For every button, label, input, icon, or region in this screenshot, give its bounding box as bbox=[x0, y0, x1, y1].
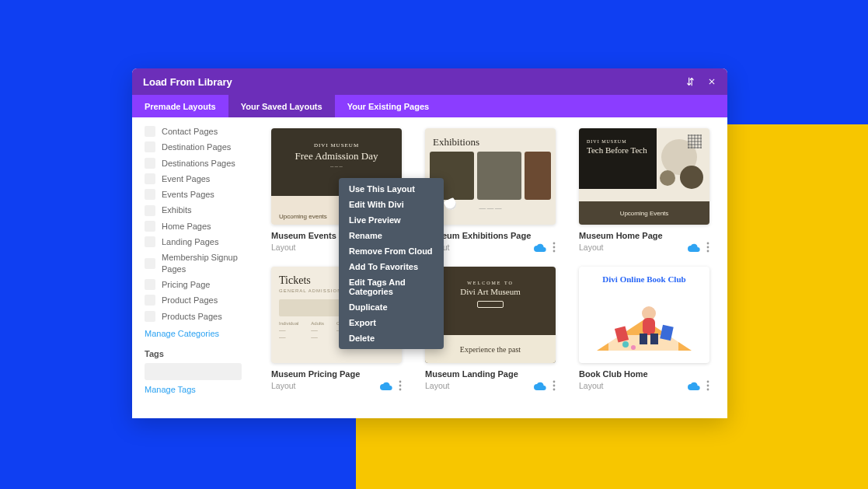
svg-rect-20 bbox=[640, 334, 647, 344]
category-item[interactable]: Home Pages bbox=[145, 218, 251, 234]
card-subtitle: Layout bbox=[579, 243, 604, 252]
layout-card: Divi Online Book Club bbox=[579, 267, 709, 391]
thumb-footer: Experience the past bbox=[425, 335, 556, 363]
sort-icon[interactable] bbox=[685, 76, 696, 87]
cloud-icon bbox=[688, 243, 700, 252]
checkbox[interactable] bbox=[145, 295, 155, 306]
tab-premade-layouts[interactable]: Premade Layouts bbox=[132, 95, 228, 117]
close-icon[interactable] bbox=[707, 77, 716, 86]
category-item[interactable]: Event Pages bbox=[145, 171, 251, 187]
category-label: Landing Pages bbox=[162, 236, 218, 247]
category-label: Destination Pages bbox=[162, 141, 231, 152]
category-item[interactable]: Products Pages bbox=[145, 309, 251, 324]
tab-existing-pages[interactable]: Your Existing Pages bbox=[335, 95, 442, 117]
card-title: Book Club Home bbox=[579, 369, 709, 379]
checkbox[interactable] bbox=[145, 236, 155, 247]
thumb-eyebrow: DIVI MUSEUM bbox=[271, 128, 402, 148]
menu-live-preview[interactable]: Live Preview bbox=[339, 212, 444, 228]
category-item[interactable]: Membership Signup Pages bbox=[145, 250, 251, 277]
layout-thumbnail[interactable]: WELCOME TO Divi Art Museum Experience th… bbox=[425, 267, 556, 363]
category-label: Events Pages bbox=[162, 189, 214, 200]
card-title: Museum Exhibitions Page bbox=[425, 231, 556, 240]
thumb-headline: Divi Art Museum bbox=[460, 287, 521, 296]
manage-tags-link[interactable]: Manage Tags bbox=[145, 385, 251, 394]
svg-point-3 bbox=[553, 243, 556, 245]
thumb-subline: ─ ─ ─ bbox=[271, 164, 402, 169]
more-icon[interactable] bbox=[706, 242, 709, 253]
dialog-titlebar: Load From Library bbox=[132, 68, 727, 95]
layout-grid: DIVI MUSEUM Free Admission Day ─ ─ ─ Upc… bbox=[260, 117, 727, 418]
category-item[interactable]: Product Pages bbox=[145, 292, 251, 308]
checkbox[interactable] bbox=[145, 279, 155, 290]
checkbox[interactable] bbox=[145, 205, 155, 216]
menu-delete[interactable]: Delete bbox=[339, 330, 444, 346]
category-label: Product Pages bbox=[162, 295, 218, 306]
menu-use-layout[interactable]: Use This Layout bbox=[339, 181, 444, 197]
category-item[interactable]: Events Pages bbox=[145, 187, 251, 202]
qr-icon bbox=[688, 134, 702, 148]
category-item[interactable]: Exhibits bbox=[145, 202, 251, 218]
layout-card: DIVI MUSEUM Tech Before Tech Upcoming Ev… bbox=[579, 128, 709, 253]
category-item[interactable]: Destinations Pages bbox=[145, 155, 251, 171]
menu-export[interactable]: Export bbox=[339, 315, 444, 330]
svg-point-12 bbox=[553, 381, 556, 383]
menu-remove-cloud[interactable]: Remove From Cloud bbox=[339, 243, 444, 259]
layout-thumbnail[interactable]: Exhibitions ── ── ── bbox=[425, 128, 556, 225]
svg-point-13 bbox=[553, 385, 556, 387]
category-item[interactable]: Landing Pages bbox=[145, 234, 251, 250]
thumb-headline: Tech Before Tech bbox=[587, 145, 647, 155]
context-menu: Use This Layout Edit With Divi Live Prev… bbox=[339, 178, 444, 349]
svg-point-26 bbox=[707, 389, 709, 391]
checkbox[interactable] bbox=[145, 126, 155, 137]
menu-edit-with-divi[interactable]: Edit With Divi bbox=[339, 197, 444, 212]
category-item[interactable]: Contact Pages bbox=[145, 124, 251, 139]
more-icon[interactable] bbox=[553, 380, 556, 391]
svg-point-22 bbox=[622, 341, 629, 348]
cloud-icon bbox=[688, 381, 700, 390]
checkbox[interactable] bbox=[145, 189, 155, 200]
thumb-footer: Upcoming events bbox=[279, 213, 327, 220]
svg-point-9 bbox=[399, 381, 402, 383]
svg-point-10 bbox=[399, 385, 402, 387]
checkbox[interactable] bbox=[145, 141, 155, 152]
thumb-headline: Free Admission Day bbox=[271, 150, 402, 162]
thumb-eyebrow: WELCOME TO bbox=[425, 281, 556, 285]
thumb-eyebrow: DIVI MUSEUM bbox=[587, 139, 647, 144]
more-icon[interactable] bbox=[399, 380, 402, 391]
thumb-headline: Divi Online Book Club bbox=[579, 267, 709, 284]
menu-rename[interactable]: Rename bbox=[339, 228, 444, 243]
checkbox[interactable] bbox=[145, 221, 155, 232]
more-icon[interactable] bbox=[706, 380, 709, 391]
menu-add-favorites[interactable]: Add To Favorites bbox=[339, 259, 444, 274]
card-title: Museum Landing Page bbox=[425, 369, 556, 379]
checkbox[interactable] bbox=[145, 311, 155, 322]
svg-point-4 bbox=[553, 246, 556, 249]
menu-duplicate[interactable]: Duplicate bbox=[339, 299, 444, 315]
category-label: Membership Signup Pages bbox=[162, 252, 251, 274]
category-label: Exhibits bbox=[162, 204, 192, 215]
category-label: Destinations Pages bbox=[162, 158, 235, 169]
checkbox[interactable] bbox=[145, 158, 155, 169]
manage-categories-link[interactable]: Manage Categories bbox=[145, 329, 251, 338]
category-label: Pricing Page bbox=[162, 279, 210, 290]
more-icon[interactable] bbox=[553, 242, 556, 253]
card-subtitle: Layout bbox=[425, 381, 450, 390]
menu-edit-tags[interactable]: Edit Tags And Categories bbox=[339, 274, 444, 299]
svg-point-25 bbox=[707, 385, 709, 387]
tags-input[interactable] bbox=[145, 363, 242, 380]
svg-point-24 bbox=[707, 381, 709, 383]
svg-rect-19 bbox=[643, 318, 655, 335]
category-item[interactable]: Destination Pages bbox=[145, 139, 251, 155]
svg-point-8 bbox=[707, 250, 709, 253]
layout-thumbnail[interactable]: DIVI MUSEUM Tech Before Tech Upcoming Ev… bbox=[579, 128, 709, 225]
card-subtitle: Layout bbox=[271, 381, 296, 390]
tab-saved-layouts[interactable]: Your Saved Layouts bbox=[228, 95, 335, 117]
layout-thumbnail[interactable]: Divi Online Book Club bbox=[579, 267, 709, 363]
svg-point-11 bbox=[399, 389, 402, 391]
card-title: Museum Home Page bbox=[579, 231, 709, 240]
checkbox[interactable] bbox=[145, 258, 155, 269]
category-item[interactable]: Pricing Page bbox=[145, 277, 251, 292]
tags-heading: Tags bbox=[145, 349, 251, 358]
checkbox[interactable] bbox=[145, 173, 155, 184]
card-subtitle: Layout bbox=[579, 381, 604, 390]
